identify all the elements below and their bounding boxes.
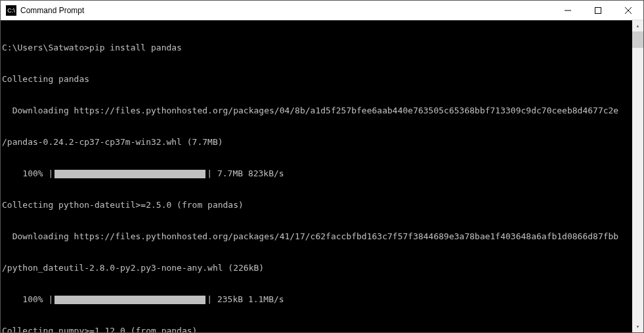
command-prompt-window: C:\ Command Prompt C:\Users\Satwato>pip … (0, 0, 644, 333)
prompt-text: C:\Users\Satwato> (2, 43, 89, 52)
scroll-up-button[interactable]: ▴ (632, 20, 643, 31)
output-line: /python_dateutil-2.8.0-py2.py3-none-any.… (2, 263, 631, 273)
progress-stats: | 7.7MB 823kB/s (207, 168, 284, 179)
output-line: Collecting numpy>=1.12.0 (from pandas) (2, 326, 631, 332)
app-icon: C:\ (6, 5, 16, 16)
output-line: Downloading https://files.pythonhosted.o… (2, 231, 631, 242)
svg-rect-1 (595, 7, 601, 13)
prompt-line: C:\Users\Satwato>pip install pandas (2, 43, 631, 53)
maximize-button[interactable] (583, 1, 613, 20)
output-line: Collecting python-dateutil>=2.5.0 (from … (2, 200, 631, 210)
progress-bar (54, 296, 205, 304)
output-line: Collecting pandas (2, 74, 631, 85)
progress-percent: 100% | (2, 168, 53, 179)
output-line: Downloading https://files.pythonhosted.o… (2, 106, 631, 116)
vertical-scrollbar[interactable]: ▴ ▾ (632, 20, 643, 332)
window-controls (553, 1, 643, 20)
app-icon-label: C:\ (7, 7, 15, 14)
command-text: pip install pandas (89, 43, 182, 52)
progress-line: 100% || 235kB 1.1MB/s (2, 294, 631, 305)
scroll-down-button[interactable]: ▾ (632, 321, 643, 332)
progress-bar (54, 170, 205, 178)
terminal-wrapper: C:\Users\Satwato>pip install pandas Coll… (1, 20, 643, 332)
progress-percent: 100% | (2, 294, 53, 305)
close-button[interactable] (613, 1, 643, 20)
progress-line: 100% || 7.7MB 823kB/s (2, 168, 631, 179)
terminal-output[interactable]: C:\Users\Satwato>pip install pandas Coll… (1, 20, 632, 332)
scroll-thumb[interactable] (632, 31, 643, 48)
minimize-button[interactable] (553, 1, 583, 20)
output-line: /pandas-0.24.2-cp37-cp37m-win32.whl (7.7… (2, 137, 631, 147)
progress-stats: | 235kB 1.1MB/s (207, 294, 284, 305)
titlebar[interactable]: C:\ Command Prompt (1, 1, 643, 20)
window-title: Command Prompt (20, 6, 553, 15)
scroll-track[interactable] (632, 31, 643, 321)
